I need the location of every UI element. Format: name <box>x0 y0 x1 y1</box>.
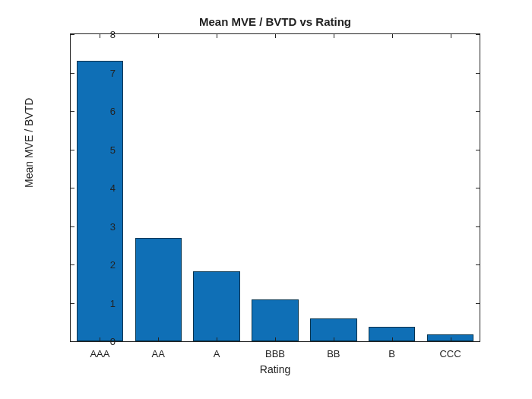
y-tick-label: 7 <box>93 67 116 78</box>
x-tick-mark <box>158 34 159 38</box>
y-tick-mark <box>476 188 480 188</box>
x-tick-mark <box>334 34 334 38</box>
y-tick-mark <box>476 264 480 265</box>
chart-axes <box>70 33 480 342</box>
y-tick-label: 1 <box>93 297 116 309</box>
bar <box>252 299 298 341</box>
x-tick-label: AA <box>152 348 165 359</box>
y-tick-mark <box>476 111 480 112</box>
y-tick-mark <box>476 226 480 227</box>
y-tick-mark <box>71 264 74 265</box>
bar <box>193 271 239 341</box>
chart-title: Mean MVE / BVTD vs Rating <box>70 15 480 28</box>
y-tick-mark <box>71 188 74 188</box>
chart-figure: Mean MVE / BVTD vs Rating Mean MVE / BVT… <box>0 0 532 399</box>
x-tick-mark <box>392 34 393 38</box>
y-tick-label: 8 <box>93 29 116 40</box>
y-tick-label: 6 <box>93 106 116 117</box>
x-tick-mark <box>275 34 276 38</box>
y-tick-label: 3 <box>93 220 116 232</box>
y-tick-mark <box>71 341 74 342</box>
x-axis-label: Rating <box>70 363 480 375</box>
y-tick-mark <box>71 150 74 150</box>
x-tick-mark <box>451 337 451 341</box>
x-tick-mark <box>275 337 276 341</box>
y-axis-label: Mean MVE / BVTD <box>23 98 35 188</box>
x-tick-mark <box>392 337 393 341</box>
y-tick-mark <box>476 303 480 304</box>
y-tick-mark <box>476 34 480 35</box>
x-tick-mark <box>158 337 159 341</box>
bar <box>135 238 182 341</box>
y-tick-label: 2 <box>93 259 116 271</box>
x-tick-mark <box>217 337 217 341</box>
y-tick-mark <box>476 73 480 74</box>
x-tick-label: AAA <box>90 348 109 359</box>
y-tick-mark <box>476 150 480 150</box>
x-tick-label: A <box>214 348 220 359</box>
x-tick-label: BB <box>327 348 340 359</box>
x-tick-mark <box>451 34 451 38</box>
y-tick-mark <box>476 341 480 342</box>
x-tick-label: CCC <box>439 348 461 359</box>
x-tick-label: B <box>388 348 395 359</box>
x-tick-mark <box>217 34 217 38</box>
plot-area <box>71 34 480 341</box>
x-tick-label: BBB <box>265 348 285 359</box>
x-tick-mark <box>334 337 334 341</box>
y-tick-label: 0 <box>93 336 116 347</box>
y-tick-mark <box>71 73 74 74</box>
y-tick-mark <box>71 226 74 227</box>
y-tick-mark <box>71 34 74 35</box>
y-tick-mark <box>71 111 74 112</box>
y-tick-label: 4 <box>93 182 116 194</box>
y-tick-label: 5 <box>93 144 116 155</box>
y-tick-mark <box>71 303 74 304</box>
